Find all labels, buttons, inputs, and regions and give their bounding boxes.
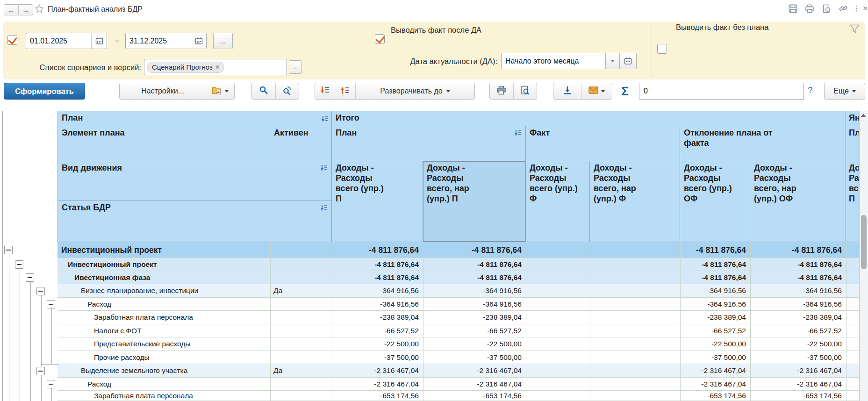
scrollbar-thumb[interactable] — [861, 215, 867, 269]
row-name-cell[interactable]: Инвестиционный проект — [68, 260, 157, 269]
value-cell[interactable]: -4 811 876,64 — [369, 245, 419, 255]
row-name-cell[interactable]: Заработная плата персонала — [94, 313, 193, 322]
tree-collapse-button[interactable] — [47, 380, 55, 388]
row-name-cell[interactable]: Бизнес-планирование, инвестиции — [81, 286, 198, 295]
date-from-input[interactable] — [26, 33, 91, 49]
help-link[interactable]: ? — [808, 85, 813, 95]
report-variant-button[interactable] — [206, 83, 234, 99]
value-cell[interactable]: -66 527,52 — [487, 327, 522, 335]
value-cell[interactable]: -4 811 876,64 — [696, 245, 746, 255]
generate-button[interactable]: Сформировать — [4, 83, 85, 100]
value-cell[interactable]: -238 389,04 — [380, 313, 419, 322]
value-cell[interactable]: -2 316 467,04 — [701, 366, 746, 375]
value-cell[interactable]: -37 500,00 — [384, 353, 419, 362]
row-name-cell[interactable]: Расход — [87, 300, 111, 308]
print-button[interactable] — [490, 83, 513, 99]
value-cell[interactable]: -4 811 876,64 — [374, 260, 419, 269]
value-cell[interactable]: -37 500,00 — [807, 353, 842, 362]
sort-asc-button[interactable] — [335, 83, 355, 99]
value-cell[interactable]: -238 389,04 — [483, 313, 522, 322]
value-cell[interactable]: -4 811 876,64 — [374, 273, 419, 282]
value-cell[interactable]: -4 811 876,64 — [477, 273, 522, 282]
header-plan-dimension[interactable]: План — [57, 111, 332, 126]
column-header[interactable]: Доходы - Расходы всего (упр.) ОФ — [680, 161, 750, 242]
header-article[interactable]: Статья БДР — [57, 201, 332, 242]
back-button[interactable]: ← — [4, 5, 18, 15]
tree-collapse-button[interactable] — [36, 367, 45, 375]
tree-collapse-button[interactable] — [4, 246, 13, 254]
row-name-cell[interactable]: Прочие расходы — [94, 353, 150, 362]
calendar-icon[interactable] — [191, 33, 206, 49]
vertical-scrollbar[interactable] — [859, 111, 868, 401]
value-cell[interactable]: -653 174,56 — [803, 392, 842, 400]
value-cell[interactable]: -22 500,00 — [807, 340, 842, 348]
search-button[interactable] — [252, 83, 275, 99]
value-cell[interactable]: -37 500,00 — [487, 353, 522, 362]
value-cell[interactable]: -66 527,52 — [711, 327, 746, 335]
sort-descending-icon[interactable] — [321, 115, 329, 125]
value-cell[interactable]: -364 916,56 — [707, 300, 746, 308]
header-plan-group[interactable]: План — [332, 126, 526, 161]
value-cell[interactable]: -2 316 467,04 — [374, 366, 419, 375]
find-next-button[interactable] — [276, 83, 299, 99]
row-name-cell[interactable]: Налоги с ФОТ — [94, 327, 142, 335]
value-cell[interactable]: -2 316 467,04 — [477, 380, 522, 388]
value-cell[interactable]: -37 500,00 — [711, 353, 746, 362]
row-name-cell[interactable]: Выделение земельного участка — [81, 366, 187, 375]
value-cell[interactable]: -2 316 467,04 — [477, 366, 522, 375]
value-cell[interactable]: -4 811 876,64 — [702, 273, 746, 282]
kebab-menu-icon[interactable]: ⋮ — [854, 4, 859, 13]
sum-input[interactable] — [639, 83, 804, 100]
value-cell[interactable]: -4 811 876,64 — [472, 245, 522, 255]
value-cell[interactable]: -66 527,52 — [384, 327, 419, 335]
da-combo-value[interactable] — [502, 53, 605, 69]
scenario-tag[interactable]: Сценарий Прогноз ✕ — [147, 62, 224, 73]
fact-after-da-checkbox[interactable] — [375, 34, 385, 44]
value-cell[interactable]: -364 916,56 — [803, 300, 842, 308]
tree-collapse-button[interactable] — [47, 300, 55, 308]
value-cell[interactable]: -2 316 467,04 — [374, 380, 419, 388]
row-name-cell[interactable]: Представительские расходы — [94, 340, 191, 348]
period-more-button[interactable]: ... — [213, 33, 233, 49]
settings-button[interactable]: Настройки... — [120, 83, 206, 99]
value-cell[interactable]: -4 811 876,64 — [702, 260, 746, 269]
send-mail-button[interactable] — [581, 83, 612, 99]
value-cell[interactable]: -364 916,56 — [380, 286, 419, 295]
scenario-field[interactable]: Сценарий Прогноз ✕ — [144, 59, 287, 75]
header-next-column-partial[interactable]: Доходы - Расходы всего (упр.) П — [846, 161, 859, 242]
header-fact-group[interactable]: Факт — [526, 126, 680, 161]
remove-tag-icon[interactable]: ✕ — [215, 64, 220, 71]
row-name-cell[interactable]: Расход — [87, 380, 111, 388]
favorite-star-icon[interactable] — [35, 4, 44, 14]
calendar-icon[interactable] — [91, 33, 107, 49]
value-cell[interactable]: -238 389,04 — [803, 313, 842, 322]
print-preview-icon[interactable] — [822, 4, 831, 13]
sigma-button[interactable]: Σ — [617, 84, 633, 99]
date-to-input[interactable] — [126, 33, 191, 49]
save-icon[interactable] — [788, 4, 797, 13]
da-dropdown-button[interactable] — [605, 53, 620, 69]
close-icon[interactable]: ✕ — [861, 4, 868, 13]
value-cell[interactable]: -364 916,56 — [380, 300, 419, 308]
value-cell[interactable]: -2 316 467,04 — [797, 380, 842, 388]
link-icon[interactable] — [839, 4, 848, 13]
value-cell[interactable]: -4 811 876,64 — [797, 273, 842, 282]
column-header[interactable]: Доходы - Расходы всего, нар (упр.) ОФ — [750, 161, 846, 242]
header-active[interactable]: Активен — [270, 126, 332, 161]
value-cell[interactable]: -2 316 467,04 — [797, 366, 842, 375]
funnel-icon[interactable] — [849, 23, 860, 35]
sort-descending-icon[interactable] — [320, 204, 328, 214]
column-header[interactable]: Доходы - Расходы всего (упр.) Ф — [526, 161, 590, 242]
active-cell[interactable]: Да — [273, 286, 282, 295]
da-calendar-button[interactable] — [619, 53, 637, 69]
value-cell[interactable]: -238 389,04 — [707, 313, 746, 322]
value-cell[interactable]: -653 174,56 — [707, 392, 746, 400]
column-header[interactable]: Доходы - Расходы всего, нар (упр.) П — [423, 161, 526, 242]
period-checkbox[interactable] — [7, 35, 17, 45]
row-name-cell[interactable]: Заработная плата персонала — [94, 392, 193, 400]
value-cell[interactable]: -22 500,00 — [711, 340, 746, 348]
value-cell[interactable]: -364 916,56 — [483, 286, 522, 295]
value-cell[interactable]: -4 811 876,64 — [792, 245, 842, 255]
download-button[interactable] — [553, 83, 581, 99]
print-icon[interactable] — [805, 4, 814, 13]
